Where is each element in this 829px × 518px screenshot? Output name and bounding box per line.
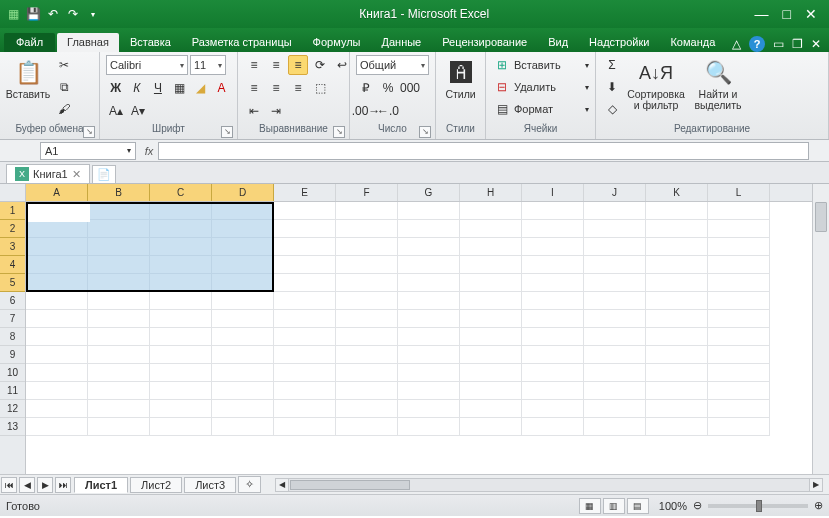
zoom-out-button[interactable]: ⊖ <box>693 499 702 512</box>
column-header[interactable]: L <box>708 184 770 201</box>
cell[interactable] <box>212 310 274 328</box>
tab-home[interactable]: Главная <box>57 33 119 52</box>
cell[interactable] <box>646 310 708 328</box>
cell[interactable] <box>584 274 646 292</box>
cell[interactable] <box>398 382 460 400</box>
autosum-button[interactable]: Σ <box>602 55 622 75</box>
cell[interactable] <box>708 292 770 310</box>
cell[interactable] <box>212 364 274 382</box>
cell[interactable] <box>212 256 274 274</box>
cell[interactable] <box>460 292 522 310</box>
cell[interactable] <box>274 220 336 238</box>
cell[interactable] <box>646 400 708 418</box>
cell[interactable] <box>646 328 708 346</box>
column-header[interactable]: F <box>336 184 398 201</box>
tab-formulas[interactable]: Формулы <box>303 33 371 52</box>
cell[interactable] <box>522 328 584 346</box>
cell[interactable] <box>460 256 522 274</box>
cell[interactable] <box>708 274 770 292</box>
cell[interactable] <box>88 256 150 274</box>
cell[interactable] <box>584 418 646 436</box>
cell[interactable] <box>150 328 212 346</box>
align-bottom-button[interactable]: ≡ <box>288 55 308 75</box>
sheet-nav-last[interactable]: ⏭ <box>55 477 71 493</box>
row-header[interactable]: 10 <box>0 364 25 382</box>
cell[interactable] <box>26 274 88 292</box>
cell[interactable] <box>212 238 274 256</box>
cell[interactable] <box>88 220 150 238</box>
sheet-nav-prev[interactable]: ◀ <box>19 477 35 493</box>
cell[interactable] <box>336 418 398 436</box>
cell[interactable] <box>336 292 398 310</box>
cell[interactable] <box>274 238 336 256</box>
zoom-in-button[interactable]: ⊕ <box>814 499 823 512</box>
column-header[interactable]: B <box>88 184 150 201</box>
cell[interactable] <box>522 256 584 274</box>
row-header[interactable]: 2 <box>0 220 25 238</box>
cell[interactable] <box>274 346 336 364</box>
font-dialog-launcher[interactable]: ↘ <box>221 126 233 138</box>
cell[interactable] <box>274 364 336 382</box>
sheet-nav-next[interactable]: ▶ <box>37 477 53 493</box>
cell[interactable] <box>150 400 212 418</box>
align-middle-button[interactable]: ≡ <box>266 55 286 75</box>
cell[interactable] <box>584 328 646 346</box>
decrease-indent-button[interactable]: ⇤ <box>244 101 264 121</box>
maximize-button[interactable]: □ <box>783 6 791 22</box>
cell[interactable] <box>398 202 460 220</box>
cell[interactable] <box>584 364 646 382</box>
cell[interactable] <box>88 238 150 256</box>
cell[interactable] <box>274 202 336 220</box>
workbook-tab-close-icon[interactable]: ✕ <box>72 168 81 181</box>
cell[interactable] <box>212 328 274 346</box>
zoom-slider[interactable] <box>708 504 808 508</box>
cell[interactable] <box>646 202 708 220</box>
cell[interactable] <box>88 328 150 346</box>
orientation-button[interactable]: ⟳ <box>310 55 330 75</box>
cell[interactable] <box>88 346 150 364</box>
cell[interactable] <box>88 292 150 310</box>
cell[interactable] <box>522 202 584 220</box>
hscroll-thumb[interactable] <box>290 480 410 490</box>
align-right-button[interactable]: ≡ <box>288 78 308 98</box>
cell[interactable] <box>398 274 460 292</box>
cell[interactable] <box>274 382 336 400</box>
cell[interactable] <box>150 310 212 328</box>
decrease-decimal-button[interactable]: ←.0 <box>378 101 398 121</box>
align-left-button[interactable]: ≡ <box>244 78 264 98</box>
sheet-tab-1[interactable]: Лист1 <box>74 477 128 493</box>
cell[interactable] <box>150 382 212 400</box>
cell[interactable] <box>398 256 460 274</box>
cell[interactable] <box>584 310 646 328</box>
cell[interactable] <box>460 220 522 238</box>
tab-insert[interactable]: Вставка <box>120 33 181 52</box>
tab-page-layout[interactable]: Разметка страницы <box>182 33 302 52</box>
cell[interactable] <box>460 346 522 364</box>
align-top-button[interactable]: ≡ <box>244 55 264 75</box>
clear-button[interactable]: ◇ <box>602 99 622 119</box>
row-header[interactable]: 1 <box>0 202 25 220</box>
cell[interactable] <box>26 220 88 238</box>
row-header[interactable]: 11 <box>0 382 25 400</box>
cell[interactable] <box>26 238 88 256</box>
cell[interactable] <box>522 346 584 364</box>
delete-cells-button[interactable]: ⊟Удалить▾ <box>492 77 589 97</box>
view-normal-button[interactable]: ▦ <box>579 498 601 514</box>
format-cells-button[interactable]: ▤Формат▾ <box>492 99 589 119</box>
cell[interactable] <box>646 274 708 292</box>
cell[interactable] <box>336 382 398 400</box>
cell[interactable] <box>460 274 522 292</box>
cell[interactable] <box>88 274 150 292</box>
cell[interactable] <box>150 256 212 274</box>
column-header[interactable]: G <box>398 184 460 201</box>
cell[interactable] <box>584 202 646 220</box>
cell[interactable] <box>336 274 398 292</box>
cell[interactable] <box>150 346 212 364</box>
cell[interactable] <box>646 220 708 238</box>
cell[interactable] <box>460 400 522 418</box>
number-format-combo[interactable]: Общий▾ <box>356 55 429 75</box>
view-page-layout-button[interactable]: ▥ <box>603 498 625 514</box>
cell[interactable] <box>212 292 274 310</box>
insert-cells-button[interactable]: ⊞Вставить▾ <box>492 55 589 75</box>
cell[interactable] <box>460 238 522 256</box>
